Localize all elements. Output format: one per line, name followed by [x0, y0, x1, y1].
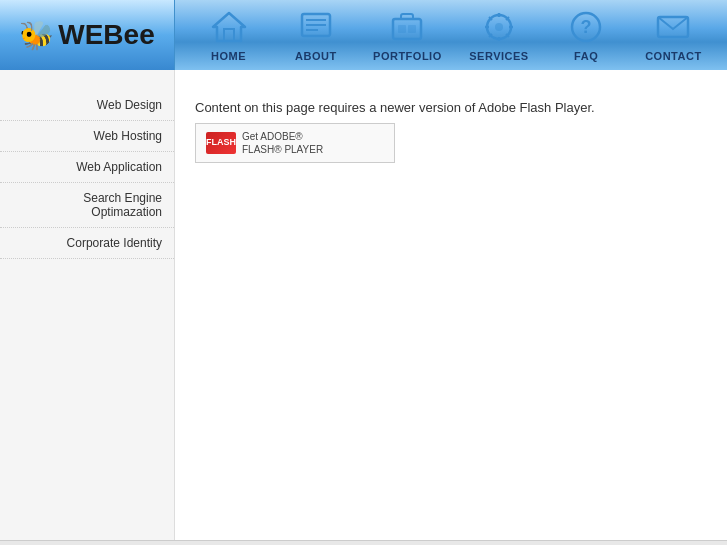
logo-wordmark: WEBee	[58, 19, 154, 51]
nav-label-portfolio: PORTFOLIO	[373, 50, 442, 62]
sidebar-item-web-hosting[interactable]: Web Hosting	[0, 121, 174, 152]
logo-area: 🐝 WEBee	[0, 0, 175, 70]
svg-marker-0	[213, 13, 245, 41]
nav-label-about: ABOUT	[295, 50, 337, 62]
get-flash-button[interactable]: FLASH Get ADOBE® FLASH® PLAYER	[195, 123, 395, 163]
sidebar-item-web-application[interactable]: Web Application	[0, 152, 174, 183]
logo: 🐝 WEBee	[19, 19, 154, 52]
nav-item-portfolio[interactable]: PORTFOLIO	[373, 8, 442, 62]
contact-icon	[654, 8, 692, 46]
nav-item-home[interactable]: HOME	[199, 8, 259, 62]
bee-icon: 🐝	[19, 19, 54, 52]
sidebar: Web Design Web Hosting Web Application S…	[0, 70, 175, 540]
svg-rect-8	[408, 25, 416, 33]
nav-item-services[interactable]: SERVICES	[469, 8, 529, 62]
sidebar-item-web-design[interactable]: Web Design	[0, 90, 174, 121]
sidebar-item-corporate-identity[interactable]: Corporate Identity	[0, 228, 174, 259]
portfolio-icon	[388, 8, 426, 46]
content-area: Content on this page requires a newer ve…	[175, 70, 727, 540]
about-icon	[297, 8, 335, 46]
nav-item-faq[interactable]: ? FAQ	[556, 8, 616, 62]
nav-label-home: HOME	[211, 50, 246, 62]
flash-get-text: Get ADOBE® FLASH® PLAYER	[242, 130, 323, 156]
nav-label-faq: FAQ	[574, 50, 598, 62]
nav-label-services: SERVICES	[469, 50, 528, 62]
flash-icon: FLASH	[206, 132, 236, 154]
nav-label-contact: CONTACT	[645, 50, 701, 62]
main-wrapper: Web Design Web Hosting Web Application S…	[0, 70, 727, 540]
services-icon	[480, 8, 518, 46]
svg-rect-7	[398, 25, 406, 33]
sidebar-item-seo[interactable]: Search Engine Optimazation	[0, 183, 174, 228]
flash-notice: Content on this page requires a newer ve…	[195, 100, 707, 163]
flash-notice-text: Content on this page requires a newer ve…	[195, 100, 707, 115]
nav-item-contact[interactable]: CONTACT	[643, 8, 703, 62]
header: 🐝 WEBee HOME	[0, 0, 727, 70]
nav-item-about[interactable]: ABOUT	[286, 8, 346, 62]
home-icon	[210, 8, 248, 46]
footer: Copyright © 2008-2010 WEBee Design & Hos…	[0, 540, 727, 545]
svg-rect-1	[224, 29, 234, 41]
nav-area: HOME ABOUT	[175, 0, 727, 70]
svg-text:?: ?	[581, 17, 592, 37]
faq-icon: ?	[567, 8, 605, 46]
svg-rect-6	[393, 19, 421, 39]
svg-point-10	[495, 23, 503, 31]
